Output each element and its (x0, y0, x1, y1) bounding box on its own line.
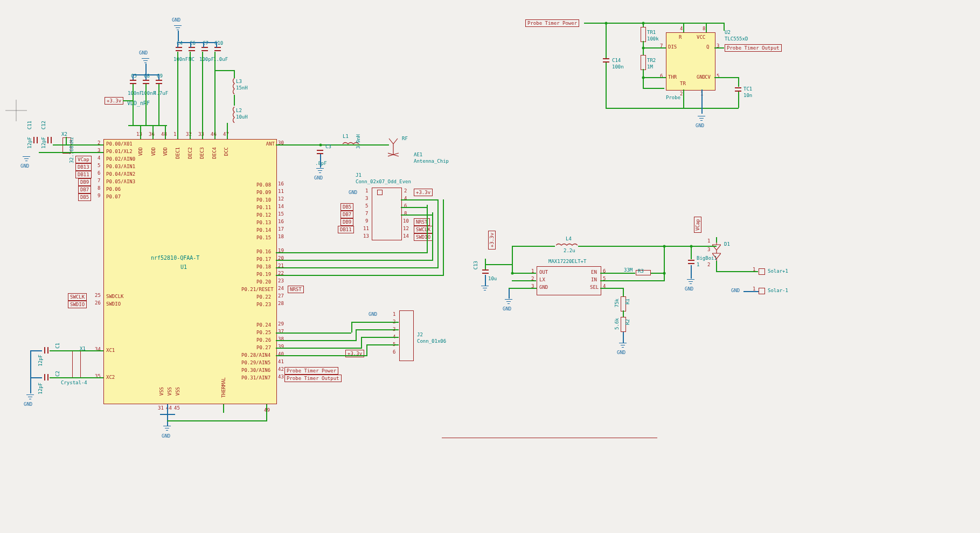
pinnum: 41 (278, 359, 284, 364)
c2-ref: C2 (55, 371, 60, 377)
probe-label: Probe (666, 95, 680, 100)
pwrwire (203, 42, 204, 47)
pwrwire (701, 89, 703, 114)
pwrwire (177, 42, 218, 43)
wire (165, 125, 166, 139)
origin-crosshair (5, 100, 27, 121)
pin: P0.20 (256, 279, 271, 285)
ae1-ref: AE1 (414, 152, 422, 157)
pinnum: 37 (278, 329, 284, 334)
pinnum: 13 (136, 131, 142, 137)
crystal-x1 (72, 350, 81, 378)
pinnum: 9 (98, 193, 100, 198)
gnd-label: GND (685, 286, 693, 292)
pin: P0.23 (256, 302, 271, 307)
pinnum: 31 (158, 405, 164, 411)
pin-swdclk: SWDCLK (106, 294, 124, 299)
pinnum: 40 (278, 351, 284, 357)
pwrwire (485, 275, 486, 286)
u2-val: TLC555xD (725, 36, 748, 41)
netlabel-swclk: SWCLK (414, 226, 433, 233)
pwrlabel-3v3: +3.3v (414, 189, 433, 196)
gnd-icon (142, 58, 149, 64)
pin: 1 (365, 188, 368, 193)
pwrlabel-3v3: +3.3v (488, 231, 496, 250)
pin: P0.02/AIN0 (106, 156, 135, 162)
netlabel-db13: DB13 (75, 163, 92, 171)
gnd-icon (26, 394, 34, 400)
pin-cv: CV (705, 74, 711, 80)
r2-ref: R2 (625, 319, 630, 325)
pinnum: 2 (707, 262, 710, 267)
gnd-icon (316, 168, 324, 174)
pin-dec2: DEC2 (187, 147, 193, 159)
c11-ref: C11 (27, 121, 32, 129)
partial-box-edge (442, 438, 657, 438)
pin: P0.21/RESET (241, 287, 274, 292)
pinnum: 4 (98, 155, 100, 161)
junction (642, 77, 645, 79)
wire (714, 47, 724, 49)
c14-val: 100n (612, 64, 624, 70)
netlabel-db7: DB7 (340, 211, 353, 218)
pin-tr: TR (680, 81, 686, 86)
pin-dec1: DEC1 (175, 147, 180, 159)
wire (738, 77, 739, 87)
wire (50, 377, 103, 378)
solar-pos (759, 268, 765, 275)
pwrwire (177, 42, 178, 47)
gnd-label: GND (24, 402, 32, 407)
gnd-label: GND (696, 123, 704, 128)
x2-val: 32.768kHz (69, 137, 74, 163)
gnd-label: GND (731, 288, 740, 293)
inductor-l4 (556, 243, 578, 248)
pinnum: 45 (174, 405, 180, 411)
pwrwire (145, 74, 147, 80)
j2-val: Conn_01x06 (417, 338, 446, 344)
pinnum: 46 (211, 131, 217, 137)
pinnum: 12 (278, 196, 284, 202)
pin-thr: THR (668, 74, 677, 80)
gnd-icon (163, 426, 171, 431)
wire (133, 84, 134, 125)
netlabel-swdio: SWDIO (414, 233, 433, 241)
pinnum: 33 (198, 131, 204, 137)
pwrwire (691, 265, 692, 279)
pin-vss2: VSS (167, 387, 172, 396)
junction (605, 22, 608, 25)
c9-val: 4.7uF (154, 91, 168, 96)
wire (50, 350, 103, 351)
pin-sel: SEL (590, 285, 599, 290)
wire (623, 310, 624, 317)
pin: P0.17 (256, 257, 271, 262)
wire (512, 246, 555, 247)
junction (511, 272, 514, 275)
wire (276, 333, 351, 334)
pinnum: 42 (278, 366, 284, 372)
pin-swdio: SWDIO (106, 301, 121, 307)
wire (401, 214, 432, 216)
wire (190, 52, 191, 139)
wire (623, 288, 624, 296)
vdd-nrf-label: VDD_nRF (127, 100, 150, 106)
pin-q: Q (706, 44, 709, 50)
netlabel-ptp: Probe Timer Power (525, 19, 579, 27)
wire (276, 275, 443, 276)
pin-dcc: DCC (224, 147, 229, 156)
pinnum: 7 (98, 178, 100, 183)
c5-val: 100nF (128, 91, 142, 96)
wire (485, 264, 512, 265)
pwrwire (743, 291, 759, 292)
pinnum: 23 (278, 278, 284, 283)
connector-j2 (399, 310, 414, 361)
pwrwire (158, 74, 159, 80)
gnd-icon (619, 343, 627, 348)
pinnum: 1 (173, 131, 176, 137)
pin: 2 (404, 188, 407, 193)
pin: P0.05/AIN3 (106, 179, 135, 184)
netlabel-db5: DB5 (78, 193, 91, 201)
wire (214, 70, 235, 71)
pwrwire (178, 31, 179, 41)
pinnum: 8 (703, 26, 705, 31)
wire (366, 344, 367, 355)
